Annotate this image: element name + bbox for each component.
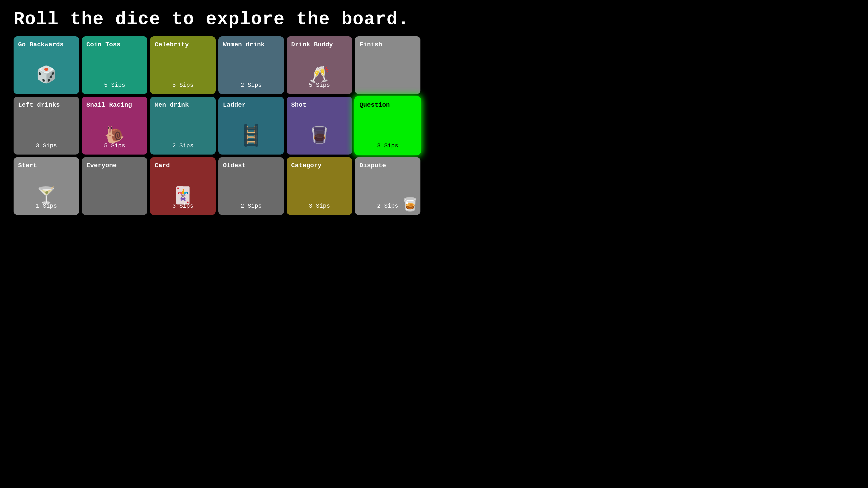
cell-title-coin-toss: Coin Toss bbox=[86, 41, 121, 48]
cell-sips-oldest: 2 Sips bbox=[241, 203, 262, 210]
cell-oldest[interactable]: Oldest2 Sips bbox=[218, 157, 284, 215]
cell-sips-coin-toss: 5 Sips bbox=[104, 82, 125, 90]
svg-rect-2 bbox=[244, 127, 258, 130]
cell-go-backwards[interactable]: Go Backwards🎲 bbox=[13, 36, 79, 94]
board-grid: Go Backwards🎲Coin Toss5 SipsCelebrity5 S… bbox=[0, 34, 434, 219]
cell-finish[interactable]: Finish bbox=[355, 36, 421, 94]
cell-category[interactable]: Category3 Sips bbox=[287, 157, 352, 215]
shot-icon bbox=[311, 126, 327, 147]
cell-title-celebrity: Celebrity bbox=[155, 41, 189, 48]
ladder-icon bbox=[242, 124, 260, 147]
cell-title-card: Card bbox=[155, 162, 170, 169]
movement-trail bbox=[355, 201, 389, 205]
cell-snail-racing[interactable]: Snail Racing🐌5 Sips bbox=[82, 97, 147, 154]
cell-title-oldest: Oldest bbox=[223, 162, 246, 169]
cell-sips-celebrity: 5 Sips bbox=[172, 82, 193, 90]
cell-coin-toss[interactable]: Coin Toss5 Sips bbox=[82, 36, 147, 94]
cell-sips-category: 3 Sips bbox=[309, 203, 330, 210]
cell-sips-snail-racing: 5 Sips bbox=[104, 142, 125, 150]
cell-shot[interactable]: Shot🥃 bbox=[287, 97, 352, 154]
page-title: Roll the dice to explore the board. bbox=[13, 9, 421, 30]
game-board-page: Roll the dice to explore the board. Go B… bbox=[0, 0, 434, 244]
cell-title-men-drink: Men drink bbox=[155, 101, 189, 109]
cell-sips-men-drink: 2 Sips bbox=[172, 142, 193, 150]
cell-title-shot: Shot bbox=[291, 101, 306, 109]
cell-title-go-backwards: Go Backwards bbox=[18, 41, 64, 48]
page-header: Roll the dice to explore the board. bbox=[0, 0, 434, 34]
cell-title-everyone: Everyone bbox=[86, 162, 117, 169]
cell-sips-left-drinks: 3 Sips bbox=[36, 142, 57, 150]
cell-card[interactable]: Card🃏3 Sips bbox=[150, 157, 216, 215]
cell-title-finish: Finish bbox=[360, 41, 382, 48]
cell-title-question: Question bbox=[360, 101, 390, 109]
cell-title-snail-racing: Snail Racing bbox=[86, 101, 132, 109]
cell-title-start: Start bbox=[18, 162, 37, 169]
cell-sips-drink-buddy: 5 Sips bbox=[309, 82, 330, 90]
cell-left-drinks[interactable]: Left drinks3 Sips bbox=[13, 97, 79, 154]
cell-start[interactable]: Start🍸1 Sips bbox=[13, 157, 79, 215]
player-token: 🥃 bbox=[402, 197, 418, 213]
cell-title-left-drinks: Left drinks bbox=[18, 101, 60, 109]
cell-sips-card: 3 Sips bbox=[172, 203, 193, 210]
cell-dispute[interactable]: Dispute2 Sips🥃 bbox=[355, 157, 421, 215]
cell-celebrity[interactable]: Celebrity5 Sips bbox=[150, 36, 216, 94]
cell-ladder[interactable]: Ladder🪜 bbox=[218, 97, 284, 154]
cell-sips-women-drink: 2 Sips bbox=[241, 82, 262, 90]
cell-title-drink-buddy: Drink Buddy bbox=[291, 41, 333, 48]
svg-rect-5 bbox=[244, 144, 258, 146]
cell-sips-start: 1 Sips bbox=[36, 203, 57, 210]
cell-title-women-drink: Women drink bbox=[223, 41, 265, 48]
cell-title-dispute: Dispute bbox=[360, 162, 386, 169]
cell-icon-go-backwards: 🎲 bbox=[36, 65, 57, 85]
cell-everyone[interactable]: Everyone bbox=[82, 157, 147, 215]
svg-rect-3 bbox=[244, 133, 258, 135]
cell-women-drink[interactable]: Women drink2 Sips bbox=[218, 36, 284, 94]
cell-men-drink[interactable]: Men drink2 Sips bbox=[150, 97, 216, 154]
cell-question[interactable]: Question3 Sips bbox=[355, 97, 421, 154]
cell-sips-question: 3 Sips bbox=[377, 142, 398, 150]
svg-rect-4 bbox=[244, 139, 258, 141]
cell-drink-buddy[interactable]: Drink Buddy🥂5 Sips bbox=[287, 36, 352, 94]
cell-title-ladder: Ladder bbox=[223, 101, 246, 109]
cell-title-category: Category bbox=[291, 162, 321, 169]
